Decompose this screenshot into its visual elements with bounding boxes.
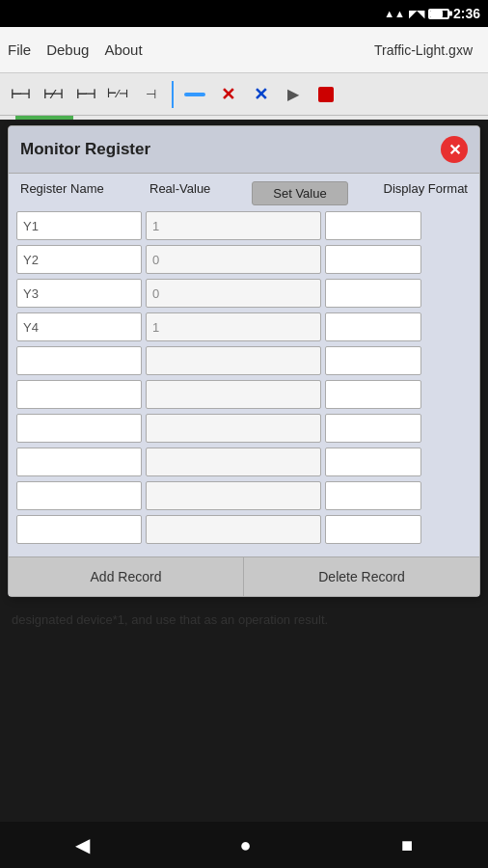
table-container: Register Name Real-Value Set Value Displ… xyxy=(9,174,479,556)
real-value-7 xyxy=(146,448,321,476)
delete-record-button[interactable]: Delete Record xyxy=(244,557,479,596)
table-row: Word xyxy=(16,245,472,274)
display-format-8[interactable]: Word xyxy=(425,489,488,503)
real-value-9 xyxy=(146,515,321,544)
nav-bar: ◀ ● ■ xyxy=(0,822,488,868)
indicator-container xyxy=(0,116,488,120)
register-name-1[interactable] xyxy=(16,245,142,274)
display-format-9[interactable]: Word xyxy=(425,523,488,537)
modal-close-btn[interactable]: ✕ xyxy=(441,136,468,163)
toolbar-line-icon xyxy=(184,93,205,96)
col-display-format: Display Format xyxy=(352,181,468,205)
menu-file[interactable]: File xyxy=(8,41,31,58)
set-value-1[interactable] xyxy=(325,245,421,274)
status-icons: ▲▲ ◤◥ 2:36 xyxy=(384,6,480,21)
modal-title: Monitor Register xyxy=(20,140,150,159)
bg-text: designated device*1, and use that as an … xyxy=(0,603,488,637)
set-value-3[interactable] xyxy=(325,312,421,341)
real-value-8 xyxy=(146,481,321,510)
nav-recent-btn[interactable]: ■ xyxy=(401,834,413,856)
monitor-register-modal: Monitor Register ✕ Register Name Real-Va… xyxy=(8,125,480,597)
toolbar-ladder2-btn[interactable]: ⊢∕⊣ xyxy=(39,81,66,108)
col-register-name: Register Name xyxy=(20,181,146,205)
menu-about[interactable]: About xyxy=(104,41,142,58)
table-row: Word xyxy=(16,414,472,443)
table-row: Word xyxy=(16,211,472,240)
toolbar-ladder1-btn[interactable]: ⊢⊣ xyxy=(6,81,33,108)
register-name-9[interactable] xyxy=(16,515,142,544)
toolbar-ladder4-btn[interactable]: ⊢∕⊣ xyxy=(104,81,131,108)
set-value-9[interactable] xyxy=(325,515,421,544)
display-format-5[interactable]: Word xyxy=(425,388,488,402)
toolbar-x-red-btn[interactable]: ✕ xyxy=(214,81,241,108)
modal-footer: Add Record Delete Record xyxy=(9,556,479,596)
signal-icon: ▲▲ xyxy=(384,8,405,19)
status-bar: ▲▲ ◤◥ 2:36 xyxy=(0,0,488,27)
menu-items: File Debug About xyxy=(8,41,374,58)
register-name-2[interactable] xyxy=(16,279,142,308)
table-header: Register Name Real-Value Set Value Displ… xyxy=(16,181,472,205)
register-name-5[interactable] xyxy=(16,380,142,409)
modal-header: Monitor Register ✕ xyxy=(9,126,479,174)
time-display: 2:36 xyxy=(453,6,480,21)
display-format-7[interactable]: Word xyxy=(425,455,488,470)
menu-debug[interactable]: Debug xyxy=(46,41,89,58)
toolbar-x-blue-btn[interactable]: ✕ xyxy=(247,81,274,108)
set-value-6[interactable] xyxy=(325,414,421,443)
register-name-0[interactable] xyxy=(16,211,142,240)
display-format-0[interactable]: Word xyxy=(425,219,488,233)
table-row: Word xyxy=(16,448,472,476)
app-title: Traffic-Light.gxw xyxy=(374,42,473,58)
toolbar-ladder5-btn[interactable]: ⊣ xyxy=(137,81,164,108)
battery-icon xyxy=(428,9,449,19)
add-record-button[interactable]: Add Record xyxy=(9,557,244,596)
toolbar-ladder3-btn[interactable]: ⊢⊣ xyxy=(71,81,98,108)
table-row: Word xyxy=(16,481,472,510)
set-value-4[interactable] xyxy=(325,346,421,375)
display-format-2[interactable]: Word xyxy=(425,286,488,301)
real-value-0 xyxy=(146,211,321,240)
toolbar-line-btn[interactable] xyxy=(181,81,208,108)
table-row: Word xyxy=(16,346,472,375)
toolbar-stop-btn[interactable] xyxy=(312,81,339,108)
display-format-4[interactable]: Word xyxy=(425,354,488,368)
set-value-5[interactable] xyxy=(325,380,421,409)
nav-home-btn[interactable]: ● xyxy=(239,834,251,856)
register-name-3[interactable] xyxy=(16,312,142,341)
real-value-3 xyxy=(146,312,321,341)
set-value-8[interactable] xyxy=(325,481,421,510)
set-value-2[interactable] xyxy=(325,279,421,308)
toolbar: ⊢⊣ ⊢∕⊣ ⊢⊣ ⊢∕⊣ ⊣ ✕ ✕ ▶ xyxy=(0,73,488,116)
wifi-icon: ◤◥ xyxy=(409,8,424,20)
real-value-4 xyxy=(146,346,321,375)
toolbar-stop-icon xyxy=(318,87,334,102)
nav-back-btn[interactable]: ◀ xyxy=(75,833,90,856)
display-format-3[interactable]: Word xyxy=(425,320,488,335)
toolbar-divider xyxy=(172,81,174,108)
indicator-line xyxy=(15,116,73,120)
col-set-value: Set Value xyxy=(252,181,348,205)
table-row: Word xyxy=(16,380,472,409)
battery-fill xyxy=(430,11,443,17)
app-bar: File Debug About Traffic-Light.gxw xyxy=(0,27,488,73)
register-name-4[interactable] xyxy=(16,346,142,375)
col-real-value: Real-Value xyxy=(149,181,248,205)
set-value-0[interactable] xyxy=(325,211,421,240)
toolbar-play-btn[interactable]: ▶ xyxy=(280,81,307,108)
register-name-8[interactable] xyxy=(16,481,142,510)
set-value-7[interactable] xyxy=(325,448,421,476)
table-row: Word xyxy=(16,279,472,308)
table-row: Word xyxy=(16,515,472,544)
real-value-2 xyxy=(146,279,321,308)
display-format-6[interactable]: Word xyxy=(425,421,488,436)
register-name-6[interactable] xyxy=(16,414,142,443)
register-name-7[interactable] xyxy=(16,448,142,476)
real-value-6 xyxy=(146,414,321,443)
real-value-5 xyxy=(146,380,321,409)
real-value-1 xyxy=(146,245,321,274)
display-format-1[interactable]: Word xyxy=(425,253,488,267)
table-row: Word xyxy=(16,312,472,341)
